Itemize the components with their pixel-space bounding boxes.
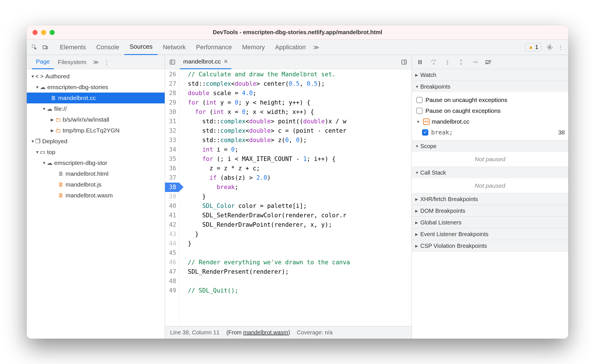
inspect-element-icon[interactable] bbox=[29, 42, 40, 53]
svg-point-12 bbox=[460, 63, 462, 64]
tree-mandelbrot-js[interactable]: 🗎mandelbrot.js bbox=[27, 179, 165, 190]
callstack-header[interactable]: ▼Call Stack bbox=[412, 167, 568, 178]
tree-install-path[interactable]: ▶🗀b/s/w/ir/x/w/install bbox=[27, 114, 165, 125]
tree-domain-deployed[interactable]: ▼☁emscripten-dbg-stor bbox=[27, 158, 165, 168]
nav-tab-filesystem[interactable]: Filesystem bbox=[54, 55, 90, 69]
tree-tmp-path[interactable]: ▶🗀tmp/tmp.ELcTq2YGN bbox=[27, 125, 165, 136]
tree-file-scheme[interactable]: ▼☁file:// bbox=[27, 103, 165, 114]
file-icon: 🗎 bbox=[58, 192, 64, 199]
scope-section: ▼Scope Not paused bbox=[412, 140, 568, 167]
checkbox-icon[interactable] bbox=[416, 108, 423, 114]
tree-domain-authored[interactable]: ▼☁emscripten-dbg-stories bbox=[27, 82, 165, 93]
navigator-tabs: Page Filesystem ≫ ⋮ bbox=[27, 55, 165, 69]
source-badge-icon: <> bbox=[423, 118, 429, 125]
kebab-menu-icon[interactable]: ⋮ bbox=[555, 42, 566, 53]
svg-point-11 bbox=[447, 63, 448, 64]
watch-section: ▶Watch bbox=[412, 69, 568, 81]
toggle-navigator-icon[interactable] bbox=[167, 57, 178, 67]
breakpoint-file-row[interactable]: ▼<>mandelbrot.cc bbox=[415, 116, 565, 127]
svg-rect-0 bbox=[32, 45, 35, 47]
tree-mandelbrot-wasm[interactable]: 🗎mandelbrot.wasm bbox=[27, 190, 165, 201]
tree-authored[interactable]: ▼< >Authored bbox=[27, 71, 165, 82]
scope-not-paused: Not paused bbox=[412, 152, 568, 167]
nav-more-tabs-icon[interactable]: ≫ bbox=[90, 57, 101, 68]
svg-rect-8 bbox=[419, 60, 420, 64]
pause-caught-row[interactable]: Pause on caught exceptions bbox=[415, 105, 565, 116]
breakpoints-header[interactable]: ▼Breakpoints bbox=[412, 81, 568, 92]
tab-application[interactable]: Application bbox=[270, 40, 311, 55]
tree-deployed[interactable]: ▼❒Deployed bbox=[27, 136, 165, 147]
close-tab-icon[interactable]: ✕ bbox=[224, 58, 228, 65]
step-into-icon[interactable] bbox=[441, 57, 453, 68]
frame-icon: ▭ bbox=[40, 149, 45, 156]
svg-point-13 bbox=[476, 62, 478, 63]
step-over-icon[interactable] bbox=[428, 57, 440, 68]
global-listeners-section: ▶Global Listeners bbox=[412, 217, 568, 228]
editor-statusbar: Line 38, Column 11 (From mandelbrot.wasm… bbox=[165, 326, 411, 339]
debugger-panel: ▶Watch ▼Breakpoints Pause on uncaught ex… bbox=[411, 55, 568, 339]
csp-header[interactable]: ▶CSP Violation Breakpoints bbox=[412, 240, 568, 251]
warnings-badge[interactable]: ▲ 1 bbox=[525, 43, 541, 51]
coverage-status: Coverage: n/a bbox=[297, 329, 333, 336]
breakpoint-line-row[interactable]: break;38 bbox=[415, 127, 565, 138]
cursor-position: Line 38, Column 11 bbox=[170, 329, 219, 336]
callstack-not-paused: Not paused bbox=[412, 178, 568, 193]
file-tree: ▼< >Authored ▼☁emscripten-dbg-stories 🗎m… bbox=[27, 69, 165, 339]
callstack-section: ▼Call Stack Not paused bbox=[412, 167, 568, 193]
breakpoints-body: Pause on uncaught exceptions Pause on ca… bbox=[412, 92, 568, 140]
editor-tab-mandelbrot[interactable]: mandelbrot.cc ✕ bbox=[180, 55, 231, 69]
event-listener-header[interactable]: ▶Event Listener Breakpoints bbox=[412, 228, 568, 240]
tab-sources[interactable]: Sources bbox=[124, 40, 158, 55]
step-icon[interactable] bbox=[469, 57, 481, 68]
tab-console[interactable]: Console bbox=[91, 40, 125, 55]
window-title: DevTools - emscripten-dbg-stories.netlif… bbox=[27, 29, 568, 36]
checkbox-icon[interactable] bbox=[422, 129, 428, 136]
more-tabs-icon[interactable]: ≫ bbox=[311, 42, 322, 53]
event-listener-section: ▶Event Listener Breakpoints bbox=[412, 228, 568, 240]
navigator-panel: Page Filesystem ≫ ⋮ ▼< >Authored ▼☁emscr… bbox=[27, 55, 165, 339]
dom-section: ▶DOM Breakpoints bbox=[412, 205, 568, 217]
tab-elements[interactable]: Elements bbox=[55, 40, 91, 55]
file-icon: 🗎 bbox=[58, 181, 64, 188]
warning-icon: ▲ bbox=[528, 44, 533, 50]
tree-mandelbrot-cc[interactable]: 🗎mandelbrot.cc bbox=[27, 93, 165, 103]
tree-top[interactable]: ▼▭top bbox=[27, 147, 165, 158]
svg-point-3 bbox=[549, 46, 551, 48]
line-gutter[interactable]: 2627282930313233343536373839404142434445… bbox=[165, 69, 179, 326]
folder-icon: 🗀 bbox=[55, 127, 61, 134]
dom-header[interactable]: ▶DOM Breakpoints bbox=[412, 205, 568, 216]
breakpoints-section: ▼Breakpoints Pause on uncaught exception… bbox=[412, 81, 568, 140]
cube-icon: ❒ bbox=[35, 138, 40, 145]
settings-icon[interactable] bbox=[544, 42, 555, 53]
file-icon: 🗎 bbox=[58, 171, 64, 177]
scope-header[interactable]: ▼Scope bbox=[412, 140, 568, 152]
tab-performance[interactable]: Performance bbox=[191, 40, 237, 55]
svg-rect-1 bbox=[43, 46, 46, 49]
deactivate-breakpoints-icon[interactable] bbox=[482, 57, 494, 68]
svg-rect-2 bbox=[46, 46, 48, 49]
pause-icon[interactable] bbox=[414, 57, 426, 68]
device-toolbar-icon[interactable] bbox=[40, 42, 51, 53]
panel-tabs: Elements Console Sources Network Perform… bbox=[55, 40, 525, 55]
source-from: (From mandelbrot.wasm) bbox=[226, 329, 290, 336]
global-listeners-header[interactable]: ▶Global Listeners bbox=[412, 217, 568, 228]
tab-network[interactable]: Network bbox=[158, 40, 191, 55]
file-icon: 🗎 bbox=[51, 95, 56, 101]
code-editor[interactable]: 2627282930313233343536373839404142434445… bbox=[165, 69, 411, 326]
xhr-header[interactable]: ▶XHR/fetch Breakpoints bbox=[412, 193, 568, 205]
nav-kebab-icon[interactable]: ⋮ bbox=[101, 57, 112, 68]
checkbox-icon[interactable] bbox=[416, 97, 423, 103]
tree-mandelbrot-html[interactable]: 🗎mandelbrot.html bbox=[27, 168, 165, 179]
svg-point-10 bbox=[433, 63, 434, 64]
titlebar: DevTools - emscripten-dbg-stories.netlif… bbox=[27, 25, 568, 40]
watch-header[interactable]: ▶Watch bbox=[412, 69, 568, 81]
xhr-section: ▶XHR/fetch Breakpoints bbox=[412, 193, 568, 205]
toggle-debugger-icon[interactable] bbox=[399, 57, 409, 67]
step-out-icon[interactable] bbox=[455, 57, 467, 68]
devtools-window: DevTools - emscripten-dbg-stories.netlif… bbox=[27, 25, 568, 339]
code-lines[interactable]: // Calculate and draw the Mandelbrot set… bbox=[179, 69, 350, 326]
folder-icon: 🗀 bbox=[55, 116, 61, 123]
nav-tab-page[interactable]: Page bbox=[32, 55, 54, 69]
tab-memory[interactable]: Memory bbox=[237, 40, 270, 55]
pause-uncaught-row[interactable]: Pause on uncaught exceptions bbox=[415, 95, 565, 105]
